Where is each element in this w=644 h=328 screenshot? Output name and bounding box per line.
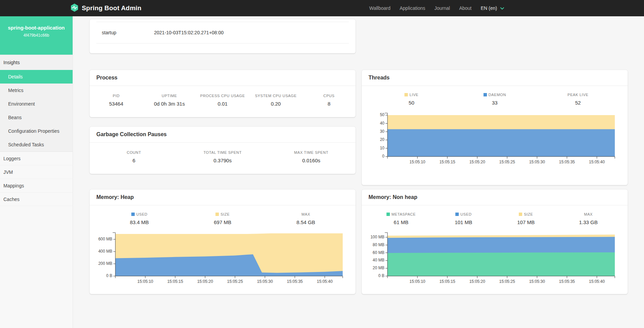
stat-gc-total-time: TOTAL TIME SPENT 0.3790s [178,150,267,163]
svg-text:15:05:40: 15:05:40 [589,279,605,284]
startup-label: startup [96,30,154,35]
used-legend-swatch [455,213,459,216]
sidebar-item-scheduled-tasks[interactable]: Scheduled Tasks [0,138,73,151]
svg-text:100 MB: 100 MB [371,235,384,239]
stat-heap-size: SIZE 697 MB [181,212,264,225]
sidebar-item-label: Loggers [3,156,21,161]
sidebar-item-label: Details [8,74,23,79]
nav-about[interactable]: About [459,5,472,11]
stat-system-cpu-usage: SYSTEM CPU USAGE 0.20 [249,94,302,107]
sidebar-item-details[interactable]: Details [0,70,73,84]
threads-stats: LIVE 50 DAEMON 33 PEAK LIVE 52 [370,93,620,106]
svg-text:15:05:35: 15:05:35 [287,279,303,284]
sidebar-application-header[interactable]: spring-boot-application 4f479b41c66b [0,16,73,55]
stat-cpus: CPUS 8 [302,94,356,107]
sidebar-item-jvm[interactable]: JVM [0,165,73,179]
sidebar: spring-boot-application 4f479b41c66b Ins… [0,16,73,328]
sidebar-item-metrics[interactable]: Metrics [0,84,73,97]
spring-boot-admin-logo-icon [71,3,78,13]
svg-text:60 MB: 60 MB [373,250,384,255]
live-legend-swatch [404,93,408,96]
heap-stats: USED 83.4 MB SIZE 697 MB MAX 8.54 GB [98,212,347,225]
size-legend-swatch [519,213,522,216]
svg-text:400 MB: 400 MB [98,249,112,254]
process-card-title: Process [90,70,356,86]
svg-text:15:05:10: 15:05:10 [410,279,425,284]
svg-text:15:05:25: 15:05:25 [499,160,515,164]
daemon-legend-swatch [484,93,487,96]
sidebar-item-environment[interactable]: Environment [0,97,73,111]
brand[interactable]: Spring Boot Admin [71,3,141,13]
sidebar-item-configuration-properties[interactable]: Configuration Properties [0,124,73,138]
svg-text:40: 40 [380,121,385,126]
startup-row: startup 2021-10-03T15:02:20.271+08:00 [96,22,349,43]
svg-text:15:05:25: 15:05:25 [227,279,243,284]
locale-label: EN (en) [481,5,497,11]
nav-applications[interactable]: Applications [400,5,425,11]
stat-threads-daemon: DAEMON 33 [453,93,536,106]
memory-nonheap-card: Memory: Non heap METASPACE 61 MB USED 10… [362,189,628,294]
gc-stats: COUNT 6 TOTAL TIME SPENT 0.3790s MAX TIM… [90,143,356,163]
process-stats: PID 53464 UPTIME 0d 0h 3m 31s PROCESS CP… [90,86,356,107]
svg-text:15:05:10: 15:05:10 [137,279,153,284]
svg-text:15:05:25: 15:05:25 [499,279,515,284]
sidebar-insights-section: Insights Details Metrics Environment Bea… [0,55,73,152]
gc-card-title: Garbage Collection Pauses [90,127,356,143]
navbar-links: Wallboard Applications Journal About EN … [369,5,504,11]
sidebar-insights-heading: Insights [0,55,73,70]
svg-text:15:05:15: 15:05:15 [439,160,455,164]
threads-chart: 0102030405015:05:1015:05:1515:05:2015:05… [370,110,620,166]
application-name: spring-boot-application [5,23,67,32]
nav-journal[interactable]: Journal [434,5,450,11]
svg-text:200 MB: 200 MB [98,261,112,266]
stat-gc-max-time: MAX TIME SPENT 0.0160s [267,150,356,163]
process-card: Process PID 53464 UPTIME 0d 0h 3m 31s PR… [90,70,356,117]
stat-pid: PID 53464 [90,94,143,107]
svg-text:15:05:30: 15:05:30 [529,279,545,284]
locale-dropdown[interactable]: EN (en) [481,5,504,11]
stat-nonheap-max: MAX 1.33 GB [557,212,620,225]
sidebar-item-beans[interactable]: Beans [0,111,73,124]
sidebar-item-label: Scheduled Tasks [8,142,44,147]
svg-text:0 B: 0 B [106,273,112,278]
memory-nonheap-card-title: Memory: Non heap [362,189,628,205]
svg-text:15:05:15: 15:05:15 [167,279,183,284]
memory-nonheap-chart: 0 B20 MB40 MB60 MB80 MB100 MB15:05:1015:… [370,230,620,286]
svg-text:20: 20 [380,137,385,142]
sidebar-item-mappings[interactable]: Mappings [0,179,73,193]
nonheap-stats: METASPACE 61 MB USED 101 MB SIZE 107 MB [370,212,620,225]
main-content: startup 2021-10-03T15:02:20.271+08:00 Pr… [73,16,644,328]
nav-wallboard[interactable]: Wallboard [369,5,391,11]
svg-text:15:05:15: 15:05:15 [439,279,455,284]
svg-text:15:05:35: 15:05:35 [559,279,575,284]
stat-threads-peak-live: PEAK LIVE 52 [536,93,620,106]
startup-value: 2021-10-03T15:02:20.271+08:00 [154,30,224,35]
stat-process-cpu-usage: PROCESS CPU USAGE 0.01 [196,94,249,107]
chevron-down-icon [500,5,504,11]
memory-heap-chart: 0 B200 MB400 MB600 MB15:05:1015:05:1515:… [98,230,347,286]
sidebar-item-loggers[interactable]: Loggers [0,152,73,165]
stat-nonheap-size: SIZE 107 MB [495,212,557,225]
sidebar-item-label: Environment [8,101,35,107]
stat-gc-count: COUNT 6 [90,150,178,163]
sidebar-item-label: Caches [3,197,19,202]
svg-text:40 MB: 40 MB [373,258,384,262]
svg-text:30: 30 [380,129,385,134]
stat-nonheap-metaspace: METASPACE 61 MB [370,212,432,225]
svg-text:50: 50 [380,112,385,117]
size-legend-swatch [215,213,219,216]
svg-text:15:05:40: 15:05:40 [589,160,605,164]
sidebar-item-label: Beans [8,115,22,120]
svg-text:0: 0 [382,154,384,159]
sidebar-item-caches[interactable]: Caches [0,193,73,206]
svg-text:20 MB: 20 MB [373,266,384,270]
stat-threads-live: LIVE 50 [370,93,453,106]
svg-text:80 MB: 80 MB [373,242,384,247]
svg-text:15:05:40: 15:05:40 [317,279,333,284]
sidebar-item-label: JVM [3,169,13,175]
svg-text:15:05:30: 15:05:30 [529,160,545,164]
svg-text:10: 10 [380,146,385,150]
svg-text:15:05:35: 15:05:35 [559,160,575,164]
app-title: Spring Boot Admin [82,4,141,12]
application-instance-id: 4f479b41c66b [5,33,67,38]
